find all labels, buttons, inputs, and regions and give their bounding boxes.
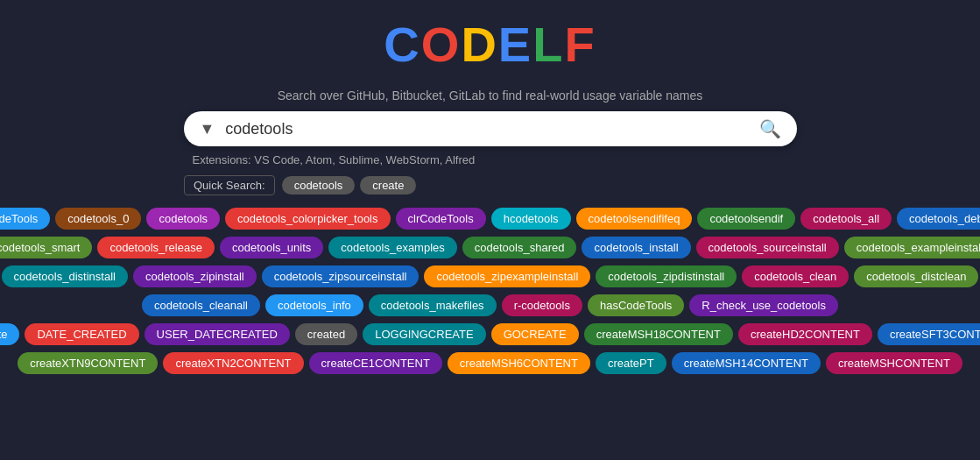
quick-search-row: Quick Search: codetoolscreate: [184, 175, 416, 195]
search-subtitle: Search over GitHub, Bitbucket, GitLab to…: [278, 88, 703, 103]
tag[interactable]: R_check_use_codetools: [689, 294, 838, 316]
tag[interactable]: CodeTools: [0, 208, 50, 230]
tag[interactable]: codetools_all: [800, 208, 892, 230]
search-area: Search over GitHub, Bitbucket, GitLab to…: [184, 88, 797, 166]
tag[interactable]: codetools_debug: [897, 208, 980, 230]
tag[interactable]: createCE1CONTENT: [309, 352, 442, 374]
tag[interactable]: codetools_examples: [328, 237, 457, 258]
tag[interactable]: create: [0, 323, 19, 345]
tag[interactable]: codetools: [146, 208, 220, 230]
search-box: ▼ 🔍: [184, 111, 797, 146]
logo-letter-c: C: [384, 16, 420, 73]
tag[interactable]: codetools_distclean: [854, 265, 978, 287]
page-container: CODELF Search over GitHub, Bitbucket, Gi…: [0, 0, 980, 460]
tag[interactable]: GOCREATE: [491, 323, 579, 345]
tag[interactable]: codetools_smart: [0, 237, 92, 258]
tag[interactable]: codetools_zipsourceinstall: [262, 265, 419, 287]
tag[interactable]: codetools_zipinstall: [133, 265, 257, 287]
tag[interactable]: codetools_install: [582, 237, 690, 258]
quick-search-tag[interactable]: create: [360, 176, 416, 195]
tag[interactable]: createMSH18CONTENT: [584, 323, 733, 345]
tag[interactable]: hcodetools: [491, 208, 571, 230]
logo-letter-f: F: [564, 16, 596, 73]
tag[interactable]: codetools_cleanall: [142, 294, 260, 316]
tag[interactable]: codetools_colorpicker_tools: [225, 208, 390, 230]
tag[interactable]: createSFT3CONTENT: [878, 323, 980, 345]
filter-icon: ▼: [200, 120, 215, 138]
quick-tags: codetoolscreate: [282, 176, 417, 195]
tag[interactable]: createMSH6CONTENT: [448, 352, 590, 374]
quick-search-tag[interactable]: codetools: [282, 176, 356, 195]
logo-letter-l: L: [532, 16, 564, 73]
tags-row-0: CodeToolscodetools_0codetoolscodetools_c…: [16, 208, 965, 230]
tag[interactable]: codetools_info: [265, 294, 363, 316]
tag[interactable]: created: [295, 323, 357, 345]
tags-row-1: codetools_smartcodetools_releasecodetool…: [16, 237, 965, 258]
search-input[interactable]: [225, 120, 758, 138]
tag[interactable]: codetools_units: [220, 237, 323, 258]
tags-row-5: createXTN9CONTENTcreateXTN2CONTENTcreate…: [16, 352, 965, 374]
logo: CODELF: [384, 16, 596, 73]
tag[interactable]: codetoolsendif: [697, 208, 795, 230]
tag[interactable]: createXTN2CONTENT: [163, 352, 303, 374]
tag[interactable]: codetools_zipdistinstall: [596, 265, 737, 287]
tags-row-2: codetools_distinstallcodetools_zipinstal…: [16, 265, 965, 287]
tag[interactable]: codetools_release: [97, 237, 215, 258]
tag[interactable]: createMSH14CONTENT: [672, 352, 821, 374]
tag[interactable]: createXTN9CONTENT: [18, 352, 158, 374]
search-go-icon[interactable]: 🔍: [759, 118, 781, 139]
tag[interactable]: createMSHCONTENT: [826, 352, 962, 374]
tag[interactable]: createPT: [596, 352, 666, 374]
quick-search-label: Quick Search:: [184, 175, 275, 195]
tag[interactable]: codetoolsendififeq: [576, 208, 693, 230]
tag[interactable]: clrCodeTools: [396, 208, 486, 230]
tag[interactable]: codetools_distinstall: [2, 265, 128, 287]
tag[interactable]: r-codetools: [502, 294, 582, 316]
extensions-line: Extensions: VS Code, Atom, Sublime, WebS…: [193, 153, 476, 166]
tag[interactable]: codetools_clean: [742, 265, 849, 287]
logo-letter-d: D: [461, 16, 497, 73]
tag[interactable]: codetools_sourceinstall: [696, 237, 839, 258]
tags-row-4: createDATE_CREATEDUSER_DATECREATEDcreate…: [16, 323, 965, 345]
tag[interactable]: USER_DATECREATED: [145, 323, 290, 345]
tags-row-3: codetools_cleanallcodetools_infocodetool…: [16, 294, 965, 316]
tag[interactable]: DATE_CREATED: [25, 323, 138, 345]
tags-area: CodeToolscodetools_0codetoolscodetools_c…: [9, 208, 972, 374]
tag[interactable]: createHD2CONTENT: [738, 323, 872, 345]
tag[interactable]: codetools_exampleinstall: [844, 237, 980, 258]
tag[interactable]: codetools_zipexampleinstall: [424, 265, 590, 287]
logo-letter-o: O: [421, 16, 462, 73]
logo-letter-e: E: [498, 16, 532, 73]
tag[interactable]: codetools_0: [55, 208, 141, 230]
tag[interactable]: hasCodeTools: [588, 294, 684, 316]
tag[interactable]: codetools_shared: [462, 237, 577, 258]
tag[interactable]: codetools_makefiles: [369, 294, 497, 316]
tag[interactable]: LOGGINGCREATE: [363, 323, 485, 345]
